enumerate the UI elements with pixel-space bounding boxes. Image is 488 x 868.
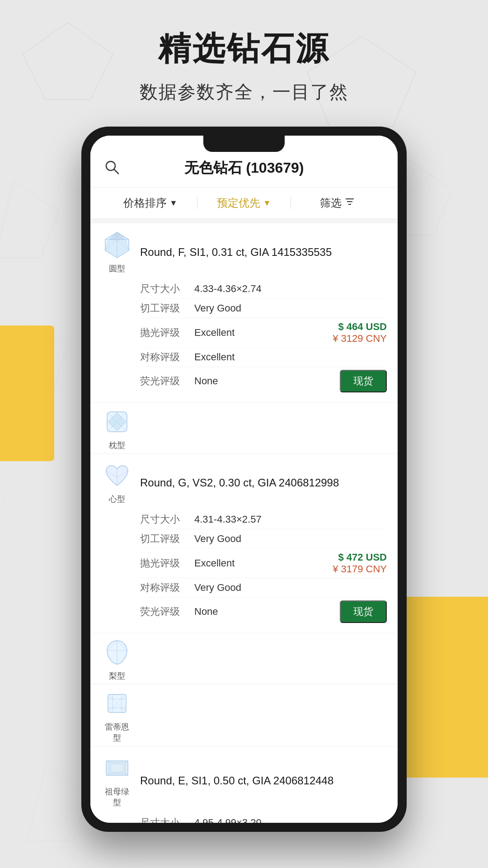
stock-button-1[interactable]: 现货 (340, 370, 387, 392)
detail-value: 4.31-4.33×2.57 (194, 514, 387, 525)
detail-label: 对称评级 (140, 350, 194, 364)
filter-screen-label: 筛选 (320, 196, 342, 210)
detail-row: 抛光评级 Excellent $ 472 USD ¥ 3179 CNY (140, 549, 387, 578)
detail-row: 抛光评级 Excellent $ 464 USD ¥ 3129 CNY (140, 318, 387, 348)
entry-1-header: 圆型 Round, F, SI1, 0.31 ct, GIA 141533553… (101, 231, 387, 274)
shape-label-radiant: 雷蒂恩型 (101, 722, 133, 743)
price-usd: $ 464 USD (338, 321, 387, 333)
detail-row: 切工评级 Very Good (140, 529, 387, 549)
sub-title: 数据参数齐全，一目了然 (0, 80, 488, 104)
filter-bar: 价格排序 ▼ 预定优先 ▼ 筛选 (90, 188, 398, 219)
detail-row: 尺寸大小 4.33-4.36×2.74 (140, 279, 387, 299)
filter-priority-label: 预定优先 (217, 196, 260, 210)
entry-3-header: 祖母绿型 Round, E, SI1, 0.50 ct, GIA 2406812… (101, 754, 387, 808)
detail-value: Very Good (194, 302, 387, 314)
diamond-icon-emerald: 祖母绿型 (101, 754, 133, 808)
detail-row: 尺寸大小 4.95-4.99×3.20 (140, 813, 387, 823)
entry-2-title: Round, G, VS2, 0.30 ct, GIA 2406812998 (140, 476, 339, 489)
diamond-icon-round: 圆型 (101, 231, 133, 274)
entry-1-title: Round, F, SI1, 0.31 ct, GIA 1415335535 (140, 246, 332, 259)
price-usd: $ 472 USD (338, 552, 387, 563)
price-col: $ 464 USD ¥ 3129 CNY (333, 321, 387, 344)
detail-value: 4.95-4.99×3.20 (194, 817, 387, 823)
entry-3-details: 尺寸大小 4.95-4.99×3.20 切工评级 Very Good 抛光评级 … (101, 813, 387, 823)
detail-row: 尺寸大小 4.31-4.33×2.57 (140, 510, 387, 529)
svg-marker-2 (0, 181, 59, 258)
filter-price-sort-arrow: ▼ (169, 198, 178, 208)
shape-label-1: 圆型 (101, 263, 133, 274)
filter-screen[interactable]: 筛选 (291, 196, 384, 210)
stock-button-2[interactable]: 现货 (340, 600, 387, 623)
main-title: 精选钻石源 (0, 27, 488, 71)
filter-priority[interactable]: 预定优先 ▼ (197, 196, 291, 210)
diamond-list: 圆型 Round, F, SI1, 0.31 ct, GIA 141533553… (90, 223, 398, 823)
shape-pear-row: 梨型 (90, 633, 398, 684)
shape-label-pear: 梨型 (101, 670, 133, 681)
detail-label: 尺寸大小 (140, 282, 194, 296)
phone-mockup: 无色钻石 (103679) 价格排序 ▼ 预定优先 ▼ 筛选 (81, 127, 407, 832)
detail-value: None (194, 606, 340, 618)
detail-value: Very Good (194, 582, 387, 594)
diamond-icon-radiant: 雷蒂恩型 (101, 689, 133, 743)
detail-label: 切工评级 (140, 532, 194, 546)
entry-2-details: 尺寸大小 4.31-4.33×2.57 切工评级 Very Good 抛光评级 … (101, 510, 387, 626)
detail-row: 荧光评级 None 现货 (140, 598, 387, 626)
detail-label: 荧光评级 (140, 605, 194, 618)
detail-label: 抛光评级 (140, 326, 194, 340)
detail-value: Very Good (194, 533, 387, 545)
filter-funnel-icon (344, 196, 355, 210)
diamond-icon-pear: 梨型 (101, 638, 133, 681)
detail-value: Excellent (194, 557, 333, 569)
svg-marker-6 (0, 497, 41, 561)
search-icon[interactable] (104, 159, 120, 177)
detail-value: 4.33-4.36×2.74 (194, 283, 387, 295)
entry-3-title: Round, E, SI1, 0.50 ct, GIA 2406812448 (140, 774, 333, 787)
detail-label: 尺寸大小 (140, 816, 194, 823)
phone-screen: 无色钻石 (103679) 价格排序 ▼ 预定优先 ▼ 筛选 (90, 136, 398, 823)
shape-label-emerald: 祖母绿型 (101, 786, 133, 808)
shape-cushion-row: 枕型 (90, 403, 398, 454)
filter-priority-arrow: ▼ (263, 198, 271, 208)
detail-label: 尺寸大小 (140, 513, 194, 526)
phone-notch (203, 136, 285, 152)
entry-1-details: 尺寸大小 4.33-4.36×2.74 切工评级 Very Good 抛光评级 … (101, 279, 387, 395)
svg-rect-43 (106, 761, 128, 775)
shape-label-heart: 心型 (101, 494, 133, 505)
detail-value: Excellent (194, 327, 333, 339)
diamond-entry-1[interactable]: 圆型 Round, F, SI1, 0.31 ct, GIA 141533553… (90, 223, 398, 403)
diamond-entry-3[interactable]: 祖母绿型 Round, E, SI1, 0.50 ct, GIA 2406812… (90, 746, 398, 823)
entry-2-header: 心型 Round, G, VS2, 0.30 ct, GIA 240681299… (101, 461, 387, 505)
svg-marker-8 (27, 769, 90, 841)
detail-row: 切工评级 Very Good (140, 299, 387, 318)
diamond-entry-2[interactable]: 心型 Round, G, VS2, 0.30 ct, GIA 240681299… (90, 454, 398, 633)
shape-radiant-row: 雷蒂恩型 (90, 684, 398, 746)
detail-label: 切工评级 (140, 302, 194, 315)
yellow-accent-right (398, 597, 488, 778)
detail-value: Excellent (194, 351, 387, 363)
detail-value: None (194, 375, 340, 387)
app-content: 无色钻石 (103679) 价格排序 ▼ 预定优先 ▼ 筛选 (90, 136, 398, 823)
phone-frame: 无色钻石 (103679) 价格排序 ▼ 预定优先 ▼ 筛选 (81, 127, 407, 832)
detail-label: 对称评级 (140, 581, 194, 594)
detail-row: 对称评级 Excellent (140, 348, 387, 367)
price-col: $ 472 USD ¥ 3179 CNY (333, 552, 387, 575)
detail-row: 对称评级 Very Good (140, 578, 387, 598)
top-bar-title: 无色钻石 (103679) (184, 158, 304, 178)
filter-price-sort[interactable]: 价格排序 ▼ (104, 196, 197, 210)
svg-line-10 (114, 170, 119, 174)
yellow-accent-left (0, 326, 54, 461)
price-cny: ¥ 3129 CNY (333, 333, 387, 344)
shape-label-cushion: 枕型 (101, 440, 133, 451)
detail-label: 荧光评级 (140, 374, 194, 388)
filter-price-sort-label: 价格排序 (123, 196, 167, 210)
header-section: 精选钻石源 数据参数齐全，一目了然 (0, 27, 488, 104)
diamond-icon-cushion: 枕型 (101, 407, 133, 451)
price-cny: ¥ 3179 CNY (333, 563, 387, 575)
diamond-icon-heart: 心型 (101, 461, 133, 505)
detail-label: 抛光评级 (140, 557, 194, 570)
detail-row: 荧光评级 None 现货 (140, 367, 387, 395)
